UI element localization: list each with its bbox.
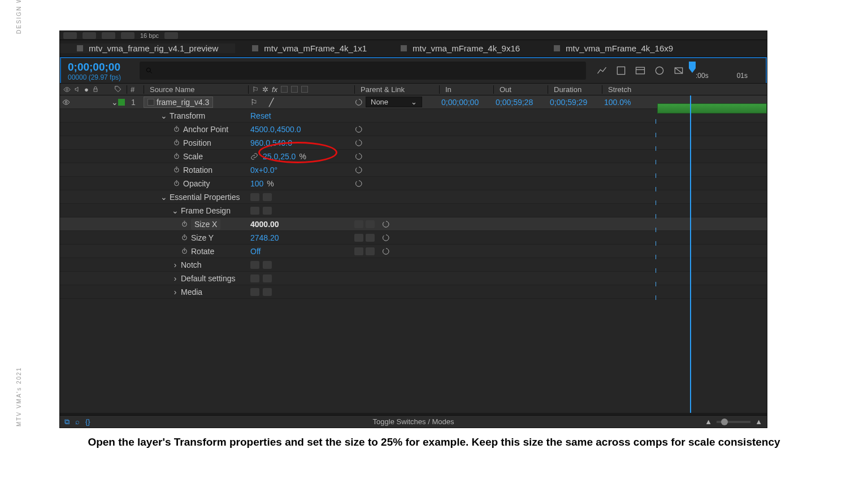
prop-opacity[interactable]: Opacity 100% I	[60, 177, 767, 190]
twirl-icon[interactable]: ›	[172, 287, 179, 297]
pickwhip-icon[interactable]	[354, 179, 363, 188]
layer-in-value[interactable]: 0;00;00;00	[439, 98, 493, 107]
pickwhip-icon[interactable]	[354, 138, 363, 147]
pickwhip-icon[interactable]	[381, 247, 390, 256]
frame-blend-icon[interactable]	[673, 65, 684, 76]
twirl-icon[interactable]: ›	[172, 260, 179, 269]
pickwhip-icon[interactable]	[354, 152, 363, 161]
pickwhip-icon[interactable]	[381, 233, 390, 242]
notch-group[interactable]: ›Notch I	[60, 258, 767, 272]
topbar-btn[interactable]	[121, 32, 134, 39]
pull-btn[interactable]	[354, 247, 363, 255]
comp-tab[interactable]: mtv_vma_mFrame_4k_1x1	[235, 43, 384, 53]
stopwatch-icon[interactable]	[172, 179, 181, 188]
twirl-icon[interactable]: ⌄	[172, 206, 179, 215]
graph-editor-icon[interactable]	[596, 65, 607, 76]
pull-btn[interactable]	[250, 193, 259, 201]
sizey-value[interactable]: 2748.20	[248, 233, 354, 242]
push-btn[interactable]	[263, 288, 272, 296]
layer-row[interactable]: ⌄ 1 frame_rig_v4.3 ⚐ ╱ None⌄ 0;00;00;00 …	[60, 95, 767, 109]
essential-properties-group[interactable]: ⌄Essential Properties I	[60, 190, 767, 204]
shy-switch[interactable]: ⚐	[250, 98, 258, 107]
twirl-icon[interactable]: ⌄	[160, 111, 167, 120]
topbar-btn[interactable]	[83, 32, 96, 39]
pickwhip-icon[interactable]	[381, 220, 390, 229]
pickwhip-icon[interactable]	[354, 125, 363, 134]
prop-rotate[interactable]: Rotate Off I	[60, 245, 767, 258]
rotate-value[interactable]: Off	[248, 247, 354, 256]
media-group[interactable]: ›Media I	[60, 285, 767, 299]
topbar-btn[interactable]	[63, 32, 77, 39]
sizex-value[interactable]: 4000.00	[248, 220, 354, 229]
stopwatch-icon[interactable]	[180, 233, 189, 242]
scale-value[interactable]: 25.0,25.0%	[248, 152, 354, 161]
prop-size-y[interactable]: Size Y 2748.20 I	[60, 231, 767, 245]
push-btn[interactable]	[366, 220, 375, 228]
draft3d-icon[interactable]	[615, 65, 627, 76]
current-timecode[interactable]: 0;00;00;00	[68, 61, 133, 73]
stopwatch-icon[interactable]	[172, 152, 181, 161]
parent-dropdown[interactable]: None⌄	[366, 97, 422, 107]
link-icon[interactable]	[250, 152, 259, 161]
stopwatch-icon[interactable]	[180, 220, 189, 229]
twirl-icon[interactable]: ›	[172, 274, 179, 283]
toggle-switches-button[interactable]: Toggle Switches / Modes	[373, 417, 454, 426]
layer-name[interactable]: frame_rig_v4.3	[144, 97, 213, 108]
defaults-group[interactable]: ›Default settings I	[60, 272, 767, 285]
push-btn[interactable]	[366, 234, 375, 242]
comp-tab[interactable]: mtv_vma_frame_rig_v4.1_preview	[60, 43, 235, 53]
stopwatch-icon[interactable]	[172, 165, 181, 175]
pull-btn[interactable]	[250, 288, 259, 296]
pickwhip-icon[interactable]	[354, 165, 363, 175]
time-ruler[interactable]: :00s 01s	[692, 58, 766, 83]
prop-scale[interactable]: Scale 25.0,25.0% I	[60, 150, 767, 163]
zoom-out-icon[interactable]: ▲	[705, 417, 712, 426]
motion-blur-icon[interactable]	[654, 65, 665, 76]
push-btn[interactable]	[366, 247, 375, 255]
layer-duration-value[interactable]: 0;00;59;29	[548, 98, 602, 107]
push-btn[interactable]	[263, 193, 272, 201]
pull-btn[interactable]	[250, 207, 259, 215]
zoom-in-icon[interactable]: ▲	[755, 417, 762, 426]
topbar-btn[interactable]	[164, 32, 178, 39]
collapse-switch[interactable]: ╱	[269, 98, 274, 107]
bit-depth-label[interactable]: 16 bpc	[140, 32, 159, 39]
reset-link[interactable]: Reset	[248, 111, 354, 120]
topbar-btn[interactable]	[102, 32, 115, 39]
playhead[interactable]	[690, 95, 691, 413]
prop-size-x[interactable]: Size X 4000.00 I	[60, 217, 767, 231]
footer-icon[interactable]: ⧉	[64, 417, 70, 426]
renderer-icon[interactable]	[635, 65, 646, 76]
pull-btn[interactable]	[354, 220, 363, 228]
position-value[interactable]: 960.0,540.0	[248, 138, 354, 147]
pull-btn[interactable]	[250, 261, 259, 269]
comp-tab[interactable]: mtv_vma_mFrame_4k_16x9	[537, 43, 690, 53]
layer-out-value[interactable]: 0;00;59;28	[493, 98, 548, 107]
pickwhip-icon[interactable]	[354, 98, 363, 107]
zoom-slider[interactable]	[717, 421, 750, 423]
prop-rotation[interactable]: Rotation 0x+0.0° I	[60, 163, 767, 177]
stopwatch-icon[interactable]	[172, 138, 181, 147]
comp-tab[interactable]: mtv_vma_mFrame_4k_9x16	[384, 43, 537, 53]
frame-design-group[interactable]: ⌄Frame Design I	[60, 204, 767, 217]
layer-search-input[interactable]	[140, 62, 586, 80]
footer-icon[interactable]: ⌕	[75, 417, 80, 426]
layer-stretch-value[interactable]: 100.0%	[602, 98, 653, 107]
prop-position[interactable]: Position 960.0,540.0 I	[60, 136, 767, 150]
opacity-value[interactable]: 100%	[248, 179, 354, 188]
layer-color-swatch[interactable]	[118, 99, 125, 106]
prop-anchor-point[interactable]: Anchor Point 4500.0,4500.0 I	[60, 123, 767, 136]
timecode-block[interactable]: 0;00;00;00 00000 (29.97 fps)	[61, 58, 137, 83]
stopwatch-icon[interactable]	[180, 247, 189, 256]
stopwatch-icon[interactable]	[172, 125, 181, 134]
layer-duration-bar[interactable]	[657, 103, 767, 114]
twirl-icon[interactable]: ⌄	[160, 193, 167, 202]
footer-icon[interactable]: {}	[85, 417, 90, 426]
push-btn[interactable]	[263, 261, 272, 269]
eye-icon[interactable]	[62, 98, 70, 106]
anchor-value[interactable]: 4500.0,4500.0	[248, 125, 354, 134]
col-source-name[interactable]: Source Name	[144, 85, 248, 94]
push-btn[interactable]	[263, 207, 272, 215]
pull-btn[interactable]	[354, 234, 363, 242]
push-btn[interactable]	[263, 274, 272, 282]
